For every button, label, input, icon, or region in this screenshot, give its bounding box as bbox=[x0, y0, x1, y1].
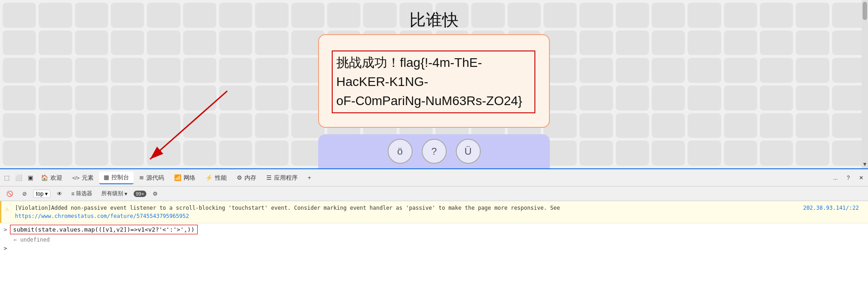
tab-sources[interactable]: ≋ 源代码 bbox=[135, 172, 169, 184]
tile bbox=[652, 30, 685, 56]
input-area: ö ? Ü bbox=[318, 134, 550, 168]
tile bbox=[75, 30, 108, 56]
success-text-line1: 挑战成功！flag{!-4m-ThE-HacKER-K1NG- bbox=[336, 56, 482, 89]
stop-icon: ⊘ bbox=[22, 191, 27, 197]
log-level-label: 所有级别 bbox=[101, 190, 123, 197]
tile bbox=[3, 30, 36, 56]
tile bbox=[219, 113, 252, 138]
tile bbox=[796, 30, 829, 56]
page-title: 比谁快 bbox=[0, 9, 868, 31]
dock-right-icon: ▣ bbox=[28, 174, 33, 181]
tab-network[interactable]: 📶 网络 bbox=[170, 172, 200, 184]
tile bbox=[688, 113, 721, 138]
violation-link[interactable]: https://www.chromestatus.com/feature/574… bbox=[15, 213, 189, 219]
tile bbox=[255, 113, 288, 138]
tab-console-icon: ▦ bbox=[104, 174, 109, 181]
flag-display: 挑战成功！flag{!-4m-ThE-HacKER-K1NG- oF-C0mPa… bbox=[332, 50, 535, 113]
tile bbox=[652, 58, 685, 83]
clear-icon: 🚫 bbox=[6, 191, 13, 197]
success-popup: 挑战成功！flag{!-4m-ThE-HacKER-K1NG- oF-C0mPa… bbox=[318, 34, 550, 128]
console-output[interactable]: 202.38.93.141/:22 [Violation]Added non-p… bbox=[0, 201, 868, 303]
success-text-line2: oF-C0mPariNg-NuM63Rs-ZO24} bbox=[336, 94, 522, 108]
tile bbox=[183, 58, 216, 83]
tile bbox=[688, 30, 721, 56]
tile bbox=[111, 58, 144, 83]
violation-line-ref[interactable]: 202.38.93.141/:22 bbox=[803, 204, 859, 212]
console-caret-line[interactable]: > bbox=[0, 244, 868, 252]
context-selector-chevron: ▾ bbox=[45, 191, 48, 197]
tile bbox=[75, 113, 108, 138]
devtools-help-button[interactable]: ? bbox=[844, 174, 853, 182]
console-filter-button[interactable]: ≡ 筛选器 bbox=[69, 189, 95, 198]
log-level-selector[interactable]: 所有级别 ▾ bbox=[99, 189, 130, 198]
tile bbox=[724, 141, 757, 166]
filter-icon: ≡ bbox=[71, 191, 75, 197]
console-settings-button[interactable]: ⚙ bbox=[150, 190, 160, 198]
tab-console[interactable]: ▦ 控制台 bbox=[99, 172, 134, 184]
tab-elements-icon: </> bbox=[72, 175, 80, 181]
tile bbox=[616, 58, 649, 83]
tab-welcome[interactable]: 🏠 欢迎 bbox=[36, 172, 67, 184]
console-prompt-gt: > bbox=[4, 226, 7, 233]
tab-add[interactable]: + bbox=[303, 172, 316, 183]
tile bbox=[39, 113, 72, 138]
tile bbox=[147, 113, 180, 138]
devtools-dock-right[interactable]: ▣ bbox=[25, 173, 35, 182]
console-stop-button[interactable]: ⊘ bbox=[20, 190, 30, 198]
error-count-badge: 99+ bbox=[134, 191, 147, 197]
browser-content-area: // Generate tiles inline via DOM (functi… bbox=[0, 0, 868, 168]
tile bbox=[75, 58, 108, 83]
log-level-chevron: ▾ bbox=[125, 191, 127, 197]
console-undefined-result: ← undefined bbox=[0, 236, 868, 244]
tile bbox=[579, 58, 613, 83]
tile bbox=[760, 58, 793, 83]
tab-console-label: 控制台 bbox=[111, 173, 129, 182]
tile bbox=[760, 86, 793, 111]
input-symbol-3: Ü bbox=[456, 139, 481, 164]
help-icon: ? bbox=[847, 175, 850, 181]
tile bbox=[147, 58, 180, 83]
tab-welcome-label: 欢迎 bbox=[50, 174, 62, 182]
tile bbox=[183, 141, 216, 166]
context-selector-label: top bbox=[36, 191, 44, 197]
devtools-tab-actions: ... ? ✕ bbox=[830, 174, 866, 182]
tile bbox=[616, 86, 649, 111]
console-command[interactable]: submit(state.values.map(([v1,v2])=>v1<v2… bbox=[10, 225, 198, 234]
violation-text: [Violation]Added non-passive event liste… bbox=[15, 205, 560, 211]
tile bbox=[39, 141, 72, 166]
tile bbox=[832, 58, 865, 83]
devtools-panel: ⬚ ⬜ ▣ 🏠 欢迎 </> 元素 ▦ 控制台 ≋ 源代码 📶 网络 ⚡ bbox=[0, 168, 868, 303]
scroll-down-arrow[interactable]: ▼ bbox=[862, 161, 868, 167]
tab-performance[interactable]: ⚡ 性能 bbox=[201, 172, 231, 184]
tile bbox=[39, 86, 72, 111]
tile bbox=[724, 86, 757, 111]
tile bbox=[760, 113, 793, 138]
input-symbol-2: ? bbox=[422, 139, 447, 164]
tile bbox=[111, 30, 144, 56]
devtools-close-button[interactable]: ✕ bbox=[856, 174, 866, 182]
console-input-line: > submit(state.values.map(([v1,v2])=>v1<… bbox=[0, 223, 868, 236]
tab-performance-label: 性能 bbox=[215, 174, 227, 182]
tab-application[interactable]: ☰ 应用程序 bbox=[262, 172, 302, 184]
tile bbox=[652, 141, 685, 166]
tab-elements[interactable]: </> 元素 bbox=[68, 172, 98, 184]
console-clear-button[interactable]: 🚫 bbox=[4, 190, 16, 198]
devtools-dock-left[interactable]: ⬚ bbox=[2, 173, 12, 182]
input-symbol-1: ö bbox=[388, 139, 413, 164]
tab-welcome-icon: 🏠 bbox=[41, 174, 48, 181]
tile bbox=[832, 30, 865, 56]
devtools-more-button[interactable]: ... bbox=[830, 174, 840, 182]
tile bbox=[579, 141, 613, 166]
tile bbox=[796, 86, 829, 111]
tile bbox=[111, 113, 144, 138]
tile bbox=[255, 30, 288, 56]
tile bbox=[724, 58, 757, 83]
console-eye-button[interactable]: 👁 bbox=[54, 190, 65, 198]
tab-memory[interactable]: ⚙ 内存 bbox=[232, 172, 261, 184]
tile bbox=[183, 86, 216, 111]
devtools-dock-bottom[interactable]: ⬜ bbox=[13, 173, 25, 182]
tab-memory-icon: ⚙ bbox=[237, 174, 242, 181]
tile bbox=[652, 113, 685, 138]
context-selector[interactable]: top ▾ bbox=[33, 190, 50, 198]
filter-label: 筛选器 bbox=[76, 190, 92, 197]
